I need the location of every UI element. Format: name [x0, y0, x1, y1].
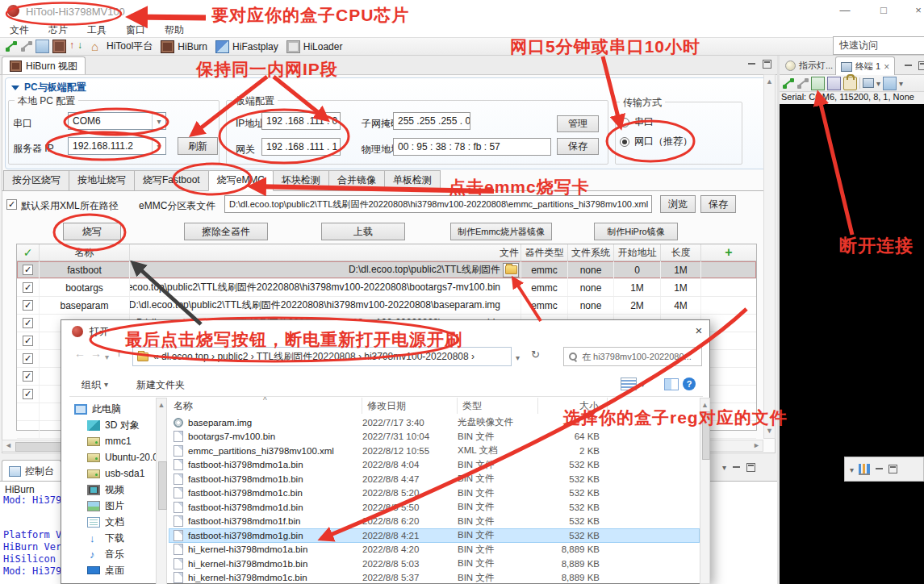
- row-checkbox[interactable]: [17, 368, 40, 385]
- file-row[interactable]: fastboot-hi3798mdmo1g.bin 2022/8/8 4:21 …: [169, 528, 700, 543]
- menu-item[interactable]: 芯片: [39, 23, 77, 37]
- col-device[interactable]: 器件类型: [521, 244, 568, 261]
- new-terminal-icon[interactable]: [883, 77, 897, 90]
- up-icon[interactable]: ↑: [116, 346, 122, 359]
- disconnect-icon[interactable]: [20, 40, 32, 52]
- col-start[interactable]: 开始地址: [614, 244, 661, 261]
- file-row[interactable]: hi_kernel-hi3798mdmo1a.bin 2022/8/8 4:20…: [169, 543, 700, 557]
- burn-tab[interactable]: 单板检测: [384, 170, 441, 191]
- file-row[interactable]: fastboot-hi3798mdmo1f.bin 2022/8/8 6:20 …: [169, 515, 700, 529]
- upload-button[interactable]: 上载: [321, 223, 405, 240]
- serial-port-select[interactable]: COM6: [68, 112, 166, 130]
- burn-tab[interactable]: 按分区烧写: [3, 170, 69, 191]
- sidebar-item[interactable]: 音乐: [69, 546, 156, 562]
- transport-network-radio[interactable]: 网口（推荐）: [620, 135, 692, 148]
- toolbar-link[interactable]: HiBurn: [161, 40, 207, 53]
- col-file-type[interactable]: 类型: [458, 398, 538, 414]
- strip-minimize-icon[interactable]: [875, 465, 884, 473]
- chevron-down-icon[interactable]: [899, 77, 903, 89]
- file-list-scrollbar[interactable]: ▲: [700, 398, 710, 584]
- col-file-date[interactable]: 修改日期: [362, 398, 458, 414]
- terminal-screen[interactable]: [780, 104, 924, 584]
- burn-tab[interactable]: 烧写Fastboot: [134, 170, 209, 191]
- chevron-down-icon[interactable]: [850, 464, 854, 475]
- gateway-input[interactable]: 192 .168 .111 . 1: [261, 138, 341, 156]
- file-row[interactable]: hi_kernel-hi3798mdmo1c.bin 2022/8/8 5:37…: [169, 571, 700, 584]
- chevron-down-icon[interactable]: [722, 461, 726, 473]
- history-chevron-icon[interactable]: [105, 351, 109, 362]
- chart-icon[interactable]: [859, 464, 870, 475]
- tab-terminal-1[interactable]: 终端 1 ×: [835, 56, 895, 76]
- burn-tab[interactable]: 烧写eMMC: [208, 170, 274, 191]
- chevron-down-icon[interactable]: [876, 77, 880, 89]
- manage-button[interactable]: 管理: [557, 115, 599, 132]
- col-file[interactable]: 文件: [130, 244, 521, 261]
- chip-icon[interactable]: [52, 40, 66, 53]
- connect-icon[interactable]: [5, 40, 17, 52]
- row-checkbox[interactable]: [17, 279, 40, 296]
- row-checkbox[interactable]: [17, 350, 40, 367]
- tab-console[interactable]: 控制台: [2, 460, 61, 482]
- terminal-disconnect-icon[interactable]: [796, 77, 809, 90]
- xml-path-checkbox[interactable]: [6, 198, 17, 210]
- panel-minimize-icon[interactable]: [747, 60, 756, 69]
- search-input[interactable]: 在 hi3798mv100-2022080...: [563, 347, 702, 366]
- file-row[interactable]: fastboot-hi3798mdmo1c.bin 2022/8/8 5:20 …: [169, 486, 700, 501]
- chevron-down-icon[interactable]: [152, 113, 165, 129]
- erase-button[interactable]: 擦除全器件: [184, 223, 268, 240]
- terminal-restore-icon[interactable]: [918, 61, 924, 70]
- radio-selected-icon[interactable]: [620, 137, 629, 147]
- col-length[interactable]: 长度: [661, 244, 701, 261]
- sidebar-item[interactable]: usb-sda1: [69, 465, 156, 482]
- file-row[interactable]: fastboot-hi3798mdmo1d.bin 2022/8/8 5:50 …: [169, 500, 700, 515]
- sidebar-scrollbar[interactable]: ▲: [156, 398, 167, 584]
- burn-tab[interactable]: 按地址烧写: [69, 170, 135, 191]
- row-checkbox[interactable]: [17, 386, 40, 403]
- browse-button[interactable]: 浏览: [660, 195, 696, 213]
- transport-serial-radio[interactable]: 串口: [620, 115, 654, 129]
- sidebar-item[interactable]: 此电脑: [69, 401, 156, 417]
- row-checkbox[interactable]: [17, 297, 40, 314]
- file-row[interactable]: emmc_partitions_hi3798mv100.xml 2022/8/1…: [169, 444, 700, 458]
- col-name[interactable]: 名称: [40, 244, 130, 261]
- panel-vscrollbar[interactable]: ▲ ▼: [763, 74, 776, 439]
- col-fs[interactable]: 文件系统: [568, 244, 614, 261]
- scroll-thumb[interactable]: [702, 411, 710, 460]
- col-file-size[interactable]: 大小: [538, 398, 608, 414]
- table-row[interactable]: bootargs D:\dl.ecoo.top\public2\TTL线刷固件2…: [17, 279, 756, 297]
- radio-icon[interactable]: [620, 118, 629, 127]
- terminal-log-icon[interactable]: [827, 77, 841, 90]
- toolbar-link[interactable]: HiFastplay: [215, 40, 278, 53]
- table-row[interactable]: fastboot D:\dl.ecoo.top\public2\TTL线刷固件 …: [17, 261, 756, 279]
- file-row[interactable]: fastboot-hi3798mdmo1a.bin 2022/8/8 4:04 …: [169, 458, 700, 473]
- make-hipro-image-button[interactable]: 制作HiPro镜像: [594, 223, 678, 240]
- row-checkbox[interactable]: [17, 261, 40, 278]
- lock-icon[interactable]: [843, 77, 857, 90]
- panel-restore-icon[interactable]: [763, 60, 771, 69]
- file-row[interactable]: hi_kernel-hi3798mdmo1b.bin 2022/8/8 5:03…: [169, 557, 700, 571]
- dialog-close-button[interactable]: ×: [687, 320, 711, 341]
- close-button[interactable]: ×: [906, 2, 924, 19]
- chevron-down-icon[interactable]: [152, 138, 165, 154]
- make-emmc-image-button[interactable]: 制作Emmc烧片器镜像: [450, 223, 552, 240]
- burn-button[interactable]: 烧写: [63, 223, 121, 240]
- row-checkbox[interactable]: [17, 403, 40, 420]
- menu-item[interactable]: 文件: [0, 23, 39, 37]
- refresh-button[interactable]: 刷新: [178, 137, 218, 155]
- minimize-button[interactable]: —: [833, 2, 857, 19]
- transfer-icon[interactable]: [69, 40, 82, 52]
- add-partition-icon[interactable]: [701, 244, 756, 261]
- close-tab-icon[interactable]: ×: [884, 61, 889, 73]
- sidebar-item[interactable]: 3D 对象: [69, 417, 156, 433]
- config-section-header[interactable]: PC与板端配置: [11, 81, 86, 94]
- file-row[interactable]: baseparam.img 2022/7/17 3:40 光盘映像文件: [169, 415, 700, 430]
- board-save-button[interactable]: 保存: [557, 138, 599, 155]
- strip-restore-icon[interactable]: [888, 465, 897, 473]
- sidebar-item[interactable]: mmc1: [69, 433, 156, 449]
- mac-input[interactable]: 00 : 95 : 38 : 78 : fb : 57: [393, 138, 551, 156]
- row-checkbox[interactable]: [17, 332, 40, 349]
- toolbar-link[interactable]: HiLoader: [286, 40, 343, 53]
- burn-tab[interactable]: 坏块检测: [273, 170, 329, 191]
- new-folder-button[interactable]: 新建文件夹: [136, 378, 185, 392]
- organize-button[interactable]: 组织: [82, 378, 108, 392]
